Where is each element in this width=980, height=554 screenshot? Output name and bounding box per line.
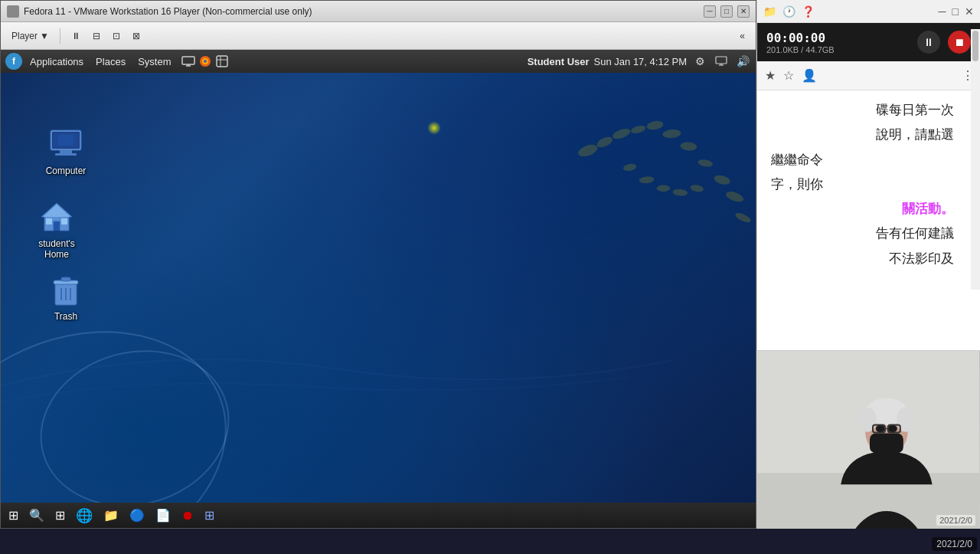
minimize-button[interactable]: ─ xyxy=(704,5,716,18)
webcam-person-svg xyxy=(756,351,980,529)
webcam-panel: 2021/2/0 xyxy=(756,350,980,529)
windows-taskbar: ⊞ 🔍 ⊞ 🌐 📁 🔵 📄 ⏺ ⊞ xyxy=(1,503,756,528)
pause-icon: ⏸ xyxy=(923,36,934,48)
settings-icon[interactable]: ⚙ xyxy=(691,53,708,70)
svg-rect-31 xyxy=(58,135,74,146)
svg-point-2 xyxy=(612,126,632,141)
svg-point-6 xyxy=(680,142,697,152)
browser-content-area: 碟每日第一次 說明，請點選 繼繼命令 字，則你 關活動。 告有任何建議 不法影印… xyxy=(757,90,980,375)
trash-icon-svg xyxy=(47,271,84,308)
cursor-highlight xyxy=(427,121,441,135)
svg-rect-39 xyxy=(61,277,70,281)
search-button[interactable]: 🔍 xyxy=(24,506,49,526)
acrobat-button[interactable]: 📄 xyxy=(151,506,175,526)
maximize-button[interactable]: □ xyxy=(720,5,733,18)
rp-close-icon[interactable]: ✕ xyxy=(965,5,974,18)
applications-menu[interactable]: Applications xyxy=(24,50,90,73)
home-icon[interactable] xyxy=(214,53,230,70)
record-button[interactable]: ⏺ xyxy=(177,506,198,526)
rp-history-icon[interactable]: 🕐 xyxy=(782,5,795,18)
task-view-icon: ⊞ xyxy=(55,508,65,523)
students-home-desktop-icon[interactable]: student's Home xyxy=(22,195,91,263)
birds-decoration xyxy=(1,50,756,470)
system-menu[interactable]: System xyxy=(132,50,177,73)
svg-rect-29 xyxy=(60,150,72,153)
svg-point-53 xyxy=(888,425,897,433)
task-view-button[interactable]: ⊞ xyxy=(51,506,70,526)
computer-icon-svg xyxy=(47,126,84,162)
svg-point-0 xyxy=(577,143,599,159)
right-panel: 📁 🕐 ❓ ─ □ ✕ 00:00:00 201.0KB / 44.7GB ⏸ … xyxy=(756,0,980,375)
trash-desktop-icon[interactable]: Trash xyxy=(31,268,100,325)
recording-timer: 00:00:00 xyxy=(766,31,910,45)
rp-maximize-icon[interactable]: □ xyxy=(952,5,959,18)
svg-point-11 xyxy=(622,163,637,172)
star-icon[interactable]: ☆ xyxy=(782,67,795,84)
content-text: 碟每日第一次 說明，請點選 繼繼命令 字，則你 關活動。 告有任何建議 不法影印… xyxy=(768,98,969,271)
file-explorer-icon: 📁 xyxy=(103,508,119,523)
svg-rect-35 xyxy=(46,218,52,225)
rp-help-icon[interactable]: ❓ xyxy=(802,5,815,18)
panel-right: Student User Sun Jan 17, 4:12 PM ⚙ 🔊 xyxy=(528,50,751,73)
svg-point-10 xyxy=(734,211,753,225)
right-panel-toolbar: 📁 🕐 ❓ ─ □ ✕ xyxy=(757,0,980,23)
vm-btn-3[interactable]: ⊠ xyxy=(128,26,145,46)
chrome-button[interactable]: 🔵 xyxy=(125,506,149,526)
svg-point-13 xyxy=(657,185,671,192)
decor-swirl-2 xyxy=(22,329,247,527)
start-button[interactable]: ⊞ xyxy=(4,506,23,526)
vmware-title: Fedora 11 - VMware Workstation 16 Player… xyxy=(24,6,699,17)
webcam-video: 2021/2/0 xyxy=(756,351,980,529)
bookmark-icon[interactable]: ★ xyxy=(763,67,777,84)
fedora-desktop: f Applications Places System Student Use… xyxy=(1,50,756,528)
vm-btn-2[interactable]: ⊡ xyxy=(108,26,125,46)
rp-minimize-icon[interactable]: ─ xyxy=(939,5,946,18)
rp-folder-icon[interactable]: 📁 xyxy=(763,5,776,18)
recording-stop-button[interactable]: ⏹ xyxy=(948,31,971,54)
fedora-logo-icon: f xyxy=(5,53,22,70)
user-icon[interactable]: 👤 xyxy=(800,67,818,84)
vmware-toolbar: Player ▼ ⏸ ⊟ ⊡ ⊠ « xyxy=(1,22,756,50)
svg-point-52 xyxy=(876,425,885,433)
recording-size: 201.0KB / 44.7GB xyxy=(766,45,910,54)
screen-icon[interactable] xyxy=(180,53,197,70)
search-icon: 🔍 xyxy=(29,508,44,523)
gnome-panel: f Applications Places System Student Use… xyxy=(1,50,756,73)
svg-rect-23 xyxy=(716,57,727,64)
recording-pause-button[interactable]: ⏸ xyxy=(917,31,940,54)
svg-point-21 xyxy=(204,60,207,63)
svg-point-7 xyxy=(697,159,714,168)
volume-icon[interactable]: 🔊 xyxy=(734,53,751,70)
content-scrollbar[interactable] xyxy=(971,90,980,290)
students-home-icon-label: student's Home xyxy=(25,238,88,260)
record-icon: ⏺ xyxy=(181,509,194,523)
stop-icon: ⏹ xyxy=(954,36,965,48)
vmware-titlebar: Fedora 11 - VMware Workstation 16 Player… xyxy=(1,1,756,22)
content-line-5: 關活動。 xyxy=(768,197,969,221)
svg-point-14 xyxy=(672,188,688,196)
trash-icon-label: Trash xyxy=(54,311,77,322)
vmware-taskbar-icon: ⊞ xyxy=(204,508,214,523)
svg-rect-30 xyxy=(55,153,77,156)
computer-desktop-icon[interactable]: Computer xyxy=(31,123,100,179)
display-icon[interactable] xyxy=(713,53,730,70)
edge-button[interactable]: 🌐 xyxy=(71,506,97,526)
vm-btn-1[interactable]: ⊟ xyxy=(88,26,105,46)
player-menu-button[interactable]: Player ▼ xyxy=(7,26,54,46)
content-line-6: 告有任何建議 xyxy=(768,221,969,246)
fullscreen-date: 2021/2/0 xyxy=(932,537,977,551)
player-label: Player xyxy=(11,31,38,41)
computer-icon-label: Computer xyxy=(46,166,87,176)
svg-rect-51 xyxy=(870,434,903,454)
vmware-logo-icon xyxy=(7,5,19,18)
svg-point-9 xyxy=(724,189,744,204)
firefox-icon[interactable] xyxy=(197,53,214,70)
toolbar-separator xyxy=(60,28,60,44)
places-menu[interactable]: Places xyxy=(90,50,132,73)
close-button[interactable]: ✕ xyxy=(737,5,750,18)
file-explorer-button[interactable]: 📁 xyxy=(99,506,123,526)
svg-point-5 xyxy=(662,129,681,139)
pause-vm-button[interactable]: ⏸ xyxy=(67,26,85,46)
vm-collapse-button[interactable]: « xyxy=(735,26,750,46)
vmware-taskbar-button[interactable]: ⊞ xyxy=(200,506,219,526)
